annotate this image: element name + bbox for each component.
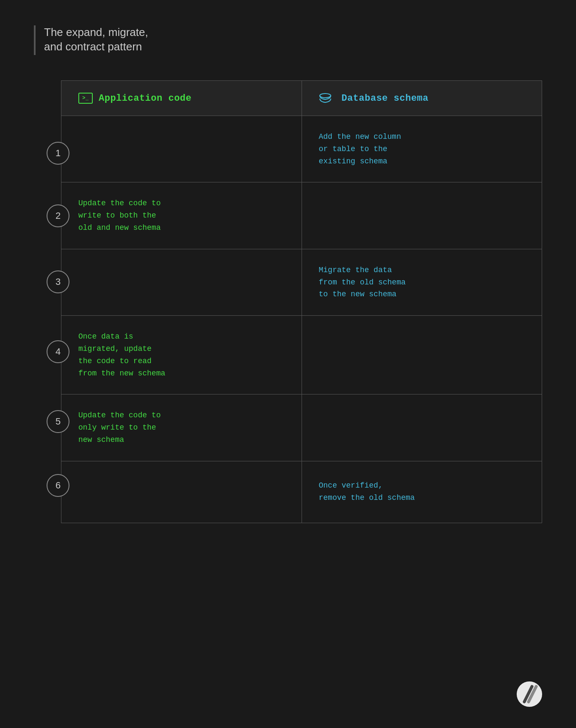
logo-svg <box>517 681 542 707</box>
row-3-left <box>61 249 302 315</box>
header: The expand, migrate, and contract patter… <box>34 25 542 55</box>
row-5-left-text: Update the code to only write to the new… <box>78 409 161 446</box>
terminal-icon <box>78 93 93 104</box>
row-2-right <box>302 182 542 249</box>
row-5-right <box>302 394 542 461</box>
table-row: Update the code to only write to the new… <box>61 394 542 461</box>
page-container: The expand, migrate, and contract patter… <box>0 0 576 549</box>
table-row: Once data is migrated, update the code t… <box>61 316 542 394</box>
table-header-row: Application code Database schema <box>61 81 542 116</box>
step-5-circle: 5 <box>47 410 69 433</box>
steps-column: 1 2 3 4 <box>47 80 69 523</box>
table-row: Once verified, remove the old schema <box>61 461 542 523</box>
row-1-right: Add the new column or table to the exist… <box>302 116 542 182</box>
step-3-circle: 3 <box>47 270 69 293</box>
row-3-right: Migrate the data from the old schema to … <box>302 249 542 315</box>
main-table: Application code Database schema <box>61 80 542 523</box>
step-2-circle: 2 <box>47 204 69 227</box>
page-title: The expand, migrate, and contract patter… <box>44 25 148 54</box>
db-schema-header: Database schema <box>302 81 542 116</box>
table-row: Migrate the data from the old schema to … <box>61 249 542 315</box>
row-6-right-text: Once verified, remove the old schema <box>319 480 415 504</box>
row-4-right <box>302 316 542 394</box>
layers-icon <box>319 93 332 104</box>
row-2-left-text: Update the code to write to both the old… <box>78 197 161 234</box>
header-accent-bar <box>34 25 36 55</box>
step-4-circle: 4 <box>47 340 69 363</box>
row-2-left: Update the code to write to both the old… <box>61 182 302 249</box>
logo-circle <box>517 681 542 707</box>
row-3-right-text: Migrate the data from the old schema to … <box>319 264 406 301</box>
svg-point-0 <box>320 94 331 98</box>
row-6-left <box>61 461 302 523</box>
table-row: Add the new column or table to the exist… <box>61 116 542 182</box>
logo <box>517 681 542 707</box>
row-4-left: Once data is migrated, update the code t… <box>61 316 302 394</box>
table-row: Update the code to write to both the old… <box>61 182 542 249</box>
row-4-left-text: Once data is migrated, update the code t… <box>78 331 165 379</box>
row-1-right-text: Add the new column or table to the exist… <box>319 131 401 167</box>
row-1-left <box>61 116 302 182</box>
row-6-right: Once verified, remove the old schema <box>302 461 542 523</box>
step-6-circle: 6 <box>47 474 69 497</box>
step-1-circle: 1 <box>47 142 69 165</box>
row-5-left: Update the code to only write to the new… <box>61 394 302 461</box>
app-code-header: Application code <box>61 81 302 116</box>
